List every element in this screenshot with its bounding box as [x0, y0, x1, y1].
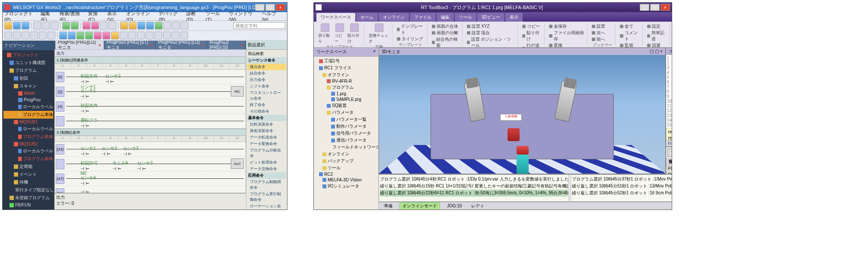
tree-item[interactable]: プログラム	[315, 84, 377, 91]
code-line[interactable]: 1 Mvs P1	[667, 56, 672, 61]
element-group-header[interactable]: 応用命令	[247, 172, 286, 179]
element-item[interactable]: データ転送命令	[247, 134, 286, 141]
tree-item[interactable]: プロジェクト	[3, 51, 53, 59]
ribbon-item[interactable]: 画面の分離	[432, 30, 460, 36]
element-item[interactable]: 算術演算命令	[247, 128, 286, 134]
menu-view[interactable]: 表示(V)	[107, 10, 122, 22]
ribbon-item[interactable]: 全て	[620, 23, 640, 29]
ribbon-item[interactable]: タイリング	[397, 36, 424, 42]
tree-item[interactable]: MAIN	[3, 90, 53, 97]
tbtn-open[interactable]	[13, 22, 21, 29]
code-body[interactable]: 1 Mvs P1 2 *L1: '繰り返し位置へ3 4 HOpen 1 5 If…	[666, 55, 672, 128]
tree-item[interactable]: 定周期	[3, 163, 53, 171]
ladder-rungs[interactable]: (0)初回条件⊣ ⊢センサ1センサ2⊣ ⊢(2)センサ1⊣ ⊢MC(4)初回条件…	[55, 70, 246, 129]
tree-item[interactable]: プログラム本体	[3, 111, 53, 119]
ladder-contact[interactable]: モニタA⊣ ⊢	[112, 160, 128, 171]
ladder-rung[interactable]: (0)初回条件⊣ ⊢センサ1センサ2⊣ ⊢	[55, 70, 246, 84]
menu-window[interactable]: ウィンドウ(W)	[229, 10, 258, 22]
code-line[interactable]: 13 Dly 0.5	[667, 113, 672, 118]
menu-edit[interactable]: 編集(E)	[41, 10, 55, 22]
tbtn-misc4[interactable]	[172, 32, 179, 39]
tree-item[interactable]: ローカルラベル	[3, 147, 53, 155]
tbtn-jump[interactable]	[155, 22, 163, 29]
element-item[interactable]: データ交換命令	[247, 166, 286, 172]
ribbon-tab-workspace[interactable]: ワークスペース	[316, 13, 355, 22]
tree-item[interactable]: ローカルラベル	[3, 103, 53, 111]
tbtn-func[interactable]	[102, 32, 110, 39]
menu-online[interactable]: オンライン(O)	[126, 10, 154, 22]
tbtn-cut[interactable]	[33, 22, 41, 29]
tree-item[interactable]: プログラム本体	[3, 133, 53, 141]
tree-item[interactable]: プログラム	[3, 67, 53, 74]
menu-diagnosis[interactable]: 診断(D)	[186, 10, 201, 22]
element-item[interactable]: 接点命令	[247, 64, 286, 70]
log-line[interactable]: 繰り返し選択 10時45分22秒6=11 RC1 ロボット :秒.50有に3=3…	[380, 190, 568, 197]
ribbon-item[interactable]: 設置 場合	[467, 30, 515, 36]
tbtn-paste[interactable]	[51, 22, 58, 29]
ladder-contact[interactable]: センサ1⊣ ⊢	[80, 88, 96, 99]
code-line[interactable]: 3	[667, 65, 672, 70]
element-item[interactable]: 比較演算命令	[247, 121, 286, 128]
ladder-contact[interactable]: ⊣ ⊢	[80, 190, 89, 193]
tree-item[interactable]: RC1 フライス	[315, 65, 377, 71]
tree-item[interactable]: ツール	[315, 165, 377, 171]
element-item[interactable]: シフト命令	[247, 83, 286, 90]
tree-item[interactable]: 動作パラメータ	[315, 123, 377, 130]
tree-item[interactable]: バックアップ	[315, 158, 377, 165]
tree-item[interactable]: パラメータ	[315, 109, 377, 116]
tbtn-sim[interactable]	[108, 22, 116, 29]
element-item[interactable]: 結合命令	[247, 70, 286, 77]
panel-close-icon[interactable]: ×	[373, 49, 376, 55]
tree-item[interactable]: スキャン	[3, 82, 53, 90]
tbtn-undo[interactable]	[62, 22, 70, 29]
variable-table[interactable]: 変数名X YZ A P010.0000.0000.0000.000Ptemp78…	[666, 158, 672, 174]
element-item[interactable]: 出力命令	[247, 77, 286, 83]
log-line[interactable]: 繰り返し選択 10時45分15秒 RC1 1/i+1/319記号/ 変更したキー…	[380, 183, 568, 190]
ladder-rung[interactable]: 運転フラ⊣ ⊢	[55, 114, 246, 129]
ladder-contact[interactable]: 初回条件⊣ ⊢	[80, 103, 98, 113]
ladder-rung[interactable]: (4)初回条件⊣ ⊢	[55, 99, 246, 114]
ribbon-item[interactable]: 設置 ポジション・ツール	[467, 36, 515, 48]
tbtn-misc5[interactable]	[180, 32, 188, 39]
workspace-tree[interactable]: 工場1号 RC1 フライスオフラインRV-4FR-Rプログラム1.prgSAMP…	[314, 57, 378, 210]
ribbon-item[interactable]: 画面の合体	[432, 23, 460, 29]
element-item[interactable]: データ変換命令	[247, 141, 286, 147]
ribbon-item[interactable]: 全保存	[549, 23, 584, 29]
ladder-coil[interactable]: MC	[231, 86, 244, 97]
log-pane-2[interactable]: プログラム選択 10時45分37秒1 ロボット :1/Mov Pwk_0.00 …	[571, 174, 672, 202]
element-item[interactable]: プログラム分岐命令	[247, 147, 286, 159]
tree-item[interactable]: RC2	[315, 171, 377, 177]
ribbon-item[interactable]: ファイル明細保存	[549, 30, 584, 42]
tbtn-opt1[interactable]	[172, 22, 180, 29]
element-item[interactable]: ビット処理命令	[247, 159, 286, 166]
tree-item[interactable]: SAMPLE.prg	[315, 97, 377, 102]
log-line[interactable]: プログラム選択 10時45分4秒 RC1 ロボット :1/Dly 0.1/prv…	[380, 176, 568, 183]
tbtn-compile[interactable]	[91, 22, 99, 29]
tbtn-misc1[interactable]	[146, 32, 153, 39]
code-line[interactable]: 10 P2=P1	[667, 99, 672, 103]
menu-debug[interactable]: デバッグ(B)	[159, 10, 182, 22]
tree-item[interactable]: 初回	[3, 74, 53, 82]
tree-root[interactable]: 工場1号	[315, 58, 377, 65]
tree-item[interactable]: 信号用パラメータ	[315, 130, 377, 137]
code-line[interactable]: 9	[667, 94, 672, 99]
tree-item[interactable]: オンライン	[315, 151, 377, 158]
tab-close-icon[interactable]: ×	[201, 43, 204, 48]
tbtn-misc3[interactable]	[163, 32, 171, 39]
code-line[interactable]: 6 GoTo *L2	[667, 80, 672, 84]
element-item[interactable]: ローテーション命令	[247, 203, 286, 210]
ladder-contact[interactable]: センサ3⊣ ⊢	[137, 160, 153, 171]
code-line[interactable]: 4 HOpen 1	[667, 70, 672, 75]
tree-item[interactable]: ProgPou	[3, 97, 53, 103]
ladder-rung[interactable]: (24)センサ1⊣ ⊢センサ2⊣ ⊢センサ3⊣ ⊢	[55, 142, 246, 157]
var-exec-button[interactable]: 実行	[667, 148, 672, 157]
tree-item[interactable]: I/Oシミュレータ	[315, 183, 377, 190]
ribbon-tab-online[interactable]: オンライン	[379, 13, 409, 22]
element-item[interactable]: 終了命令	[247, 102, 286, 108]
panel-controls[interactable]: ▢ ▢ ×	[650, 49, 662, 54]
tbtn-branch[interactable]	[77, 32, 84, 39]
close-button[interactable]: ×	[276, 4, 285, 11]
ribbon-item[interactable]: 結合色の検索	[432, 36, 460, 48]
ladder-rung[interactable]: (2)センサ1⊣ ⊢MC	[55, 84, 246, 99]
ladder-coil[interactable]: OUT	[231, 158, 244, 169]
